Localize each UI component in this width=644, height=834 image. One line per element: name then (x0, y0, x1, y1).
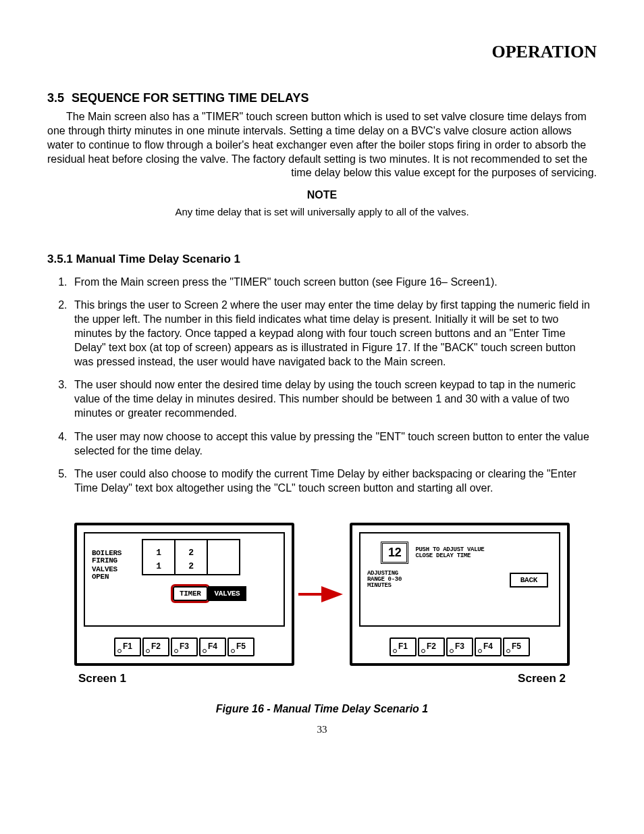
push-to-adjust-label: PUSH TO ADJUST VALUE CLOSE DELAY TIME (415, 547, 484, 559)
fkeys-row: F1 F2 F3 F4 F5 (352, 633, 567, 663)
section-intro: The Main screen also has a "TIMER" touch… (47, 110, 597, 180)
f1-key[interactable]: F1 (390, 637, 417, 656)
valves-open-label: VALVES OPEN (92, 566, 139, 581)
back-button[interactable]: BACK (510, 573, 548, 588)
step-item: The user could also choose to modify the… (70, 467, 597, 496)
fkeys-row: F1 F2 F3 F4 F5 (77, 633, 292, 663)
screen-1-panel: BOILERS FIRING 1 2 1 2 (74, 523, 294, 666)
f5-key[interactable]: F5 (503, 637, 530, 656)
screen-1-caption: Screen 1 (78, 671, 126, 686)
figure-16: BOILERS FIRING 1 2 1 2 (47, 523, 597, 716)
screen-2-panel: 12 PUSH TO ADJUST VALUE CLOSE DELAY TIME… (350, 523, 570, 666)
f3-key[interactable]: F3 (171, 637, 198, 656)
step-item: The user may now choose to accept this v… (70, 430, 597, 459)
f2-key[interactable]: F2 (142, 637, 169, 656)
timer-button[interactable]: TIMER (173, 586, 208, 601)
subsection-heading: 3.5.1 Manual Time Delay Scenario 1 (47, 252, 597, 267)
adjusting-range-label: ADJUSTING RANGE 0-30 MINUTES (367, 571, 402, 589)
page-header: OPERATION (47, 41, 597, 63)
note-label: NOTE (47, 188, 597, 203)
f5-key[interactable]: F5 (227, 637, 254, 656)
figure-caption: Figure 16 - Manual Time Delay Scenario 1 (47, 702, 597, 716)
time-delay-value[interactable]: 12 (381, 542, 408, 564)
steps-list: From the Main screen press the "TIMER" t… (47, 276, 597, 496)
step-item: This brings the user to Screen 2 where t… (70, 298, 597, 369)
boilers-firing-label: BOILERS FIRING (92, 550, 139, 565)
f3-key[interactable]: F3 (446, 637, 473, 656)
f4-key[interactable]: F4 (199, 637, 226, 656)
step-item: The user should now enter the desired ti… (70, 378, 597, 420)
arrow-icon (298, 584, 346, 604)
step-item: From the Main screen press the "TIMER" t… (70, 276, 597, 290)
f1-key[interactable]: F1 (114, 637, 141, 656)
subsection-number: 3.5.1 (47, 253, 73, 265)
screen-2-caption: Screen 2 (518, 671, 566, 686)
f2-key[interactable]: F2 (418, 637, 445, 656)
section-title: SEQUENCE FOR SETTING TIME DELAYS (72, 91, 308, 105)
valves-button[interactable]: VALVES (208, 586, 247, 601)
note-text: Any time delay that is set will universa… (47, 205, 597, 219)
status-table: 1 2 1 2 (142, 539, 240, 575)
subsection-title: Manual Time Delay Scenario 1 (76, 253, 240, 265)
page-number: 33 (47, 723, 597, 737)
section-heading: 3.5 SEQUENCE FOR SETTING TIME DELAYS (47, 90, 597, 106)
f4-key[interactable]: F4 (475, 637, 502, 656)
section-number: 3.5 (47, 91, 64, 105)
